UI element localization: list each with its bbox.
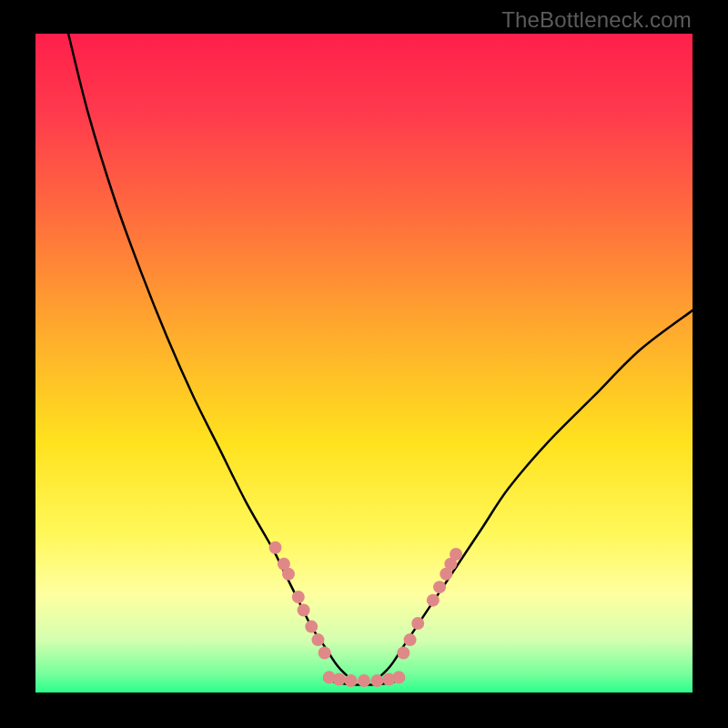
chart-curves: [35, 34, 693, 693]
marker-dot: [305, 621, 318, 633]
marker-dot: [411, 617, 424, 630]
marker-dot: [427, 594, 440, 607]
marker-dot: [392, 671, 405, 683]
chart-frame: TheBottleneck.com: [0, 0, 728, 728]
plot-area: [35, 34, 693, 693]
marker-dot: [292, 591, 305, 603]
series-left-curve: [68, 34, 350, 680]
marker-dot: [282, 568, 295, 581]
series-right-curve: [377, 310, 693, 679]
marker-dot: [433, 581, 446, 593]
marker-dot: [311, 633, 324, 646]
marker-dot: [298, 604, 310, 617]
marker-dot: [269, 541, 282, 554]
marker-dot: [404, 633, 417, 646]
watermark-text: TheBottleneck.com: [501, 7, 692, 33]
marker-dot: [358, 674, 370, 687]
marker-dot: [370, 674, 383, 687]
marker-dot: [318, 647, 331, 660]
marker-dot: [333, 673, 346, 686]
marker-dot: [345, 674, 358, 687]
marker-dot: [450, 548, 462, 561]
marker-dot: [397, 647, 410, 660]
